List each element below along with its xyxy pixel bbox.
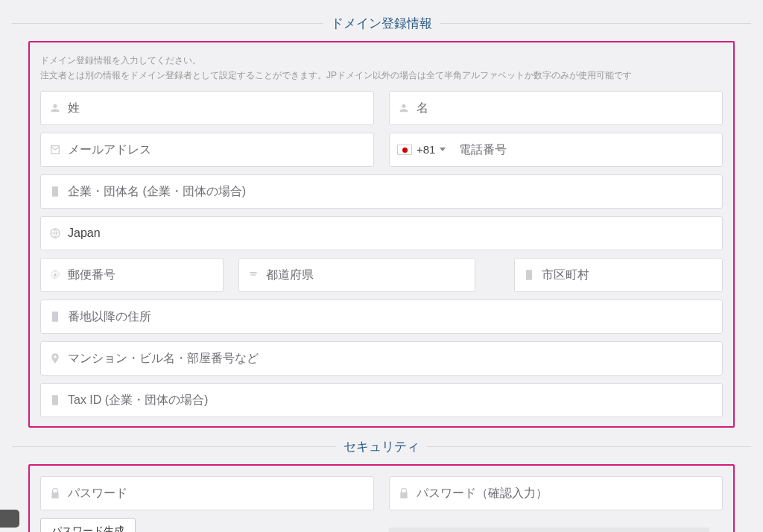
- mail-icon: [48, 144, 62, 156]
- japan-flag-icon: [397, 145, 412, 155]
- domain-section-title: ドメイン登録情報: [323, 15, 440, 32]
- lock-icon: [48, 487, 62, 499]
- city-input[interactable]: [542, 268, 716, 282]
- building-icon: [48, 186, 62, 197]
- prefecture-input[interactable]: [266, 268, 469, 282]
- password-confirm-field: [389, 476, 723, 510]
- password-input[interactable]: [68, 487, 367, 500]
- generate-password-button[interactable]: パスワード生成: [40, 518, 136, 532]
- building-icon: [48, 311, 62, 323]
- firstname-field: [389, 91, 723, 125]
- email-field: [40, 133, 374, 167]
- globe-icon: [48, 227, 62, 239]
- company-field: [40, 174, 723, 209]
- badge-icon: [247, 269, 260, 281]
- building-icon: [522, 269, 536, 281]
- domain-description: ドメイン登録情報を入力してください。 注文者とは別の情報をドメイン登録者として設…: [40, 53, 723, 83]
- phone-field: +81: [389, 133, 723, 167]
- lastname-field: [40, 91, 374, 125]
- building-input[interactable]: [68, 352, 716, 365]
- building-field: [40, 341, 723, 376]
- taxid-field: [40, 383, 723, 417]
- postal-field: [40, 258, 224, 292]
- address-input[interactable]: [68, 310, 716, 323]
- country-field: [40, 216, 723, 250]
- postal-input[interactable]: [68, 268, 217, 282]
- password-field: [40, 476, 374, 510]
- country-input[interactable]: [68, 227, 716, 240]
- phone-country-code: +81: [417, 143, 435, 156]
- password-confirm-input[interactable]: [417, 487, 716, 500]
- person-icon: [48, 102, 62, 114]
- corner-tab[interactable]: [0, 510, 19, 528]
- building-icon: [48, 394, 62, 406]
- gear-icon: [48, 269, 62, 281]
- firstname-input[interactable]: [417, 101, 716, 115]
- company-input[interactable]: [68, 185, 716, 198]
- email-input[interactable]: [68, 143, 367, 156]
- phone-input[interactable]: [459, 143, 716, 156]
- pin-icon: [48, 352, 62, 364]
- chevron-down-icon: [440, 148, 446, 151]
- security-section-title: セキュリティ: [336, 438, 427, 455]
- prefecture-field: [238, 258, 475, 292]
- lock-icon: [397, 487, 411, 499]
- svg-point-1: [54, 273, 57, 276]
- country-code-selector[interactable]: +81: [397, 143, 453, 156]
- person-icon: [397, 102, 411, 114]
- lastname-input[interactable]: [68, 101, 367, 115]
- city-field: [514, 258, 723, 292]
- password-strength-bar: [389, 528, 709, 532]
- security-box: パスワード生成 パスワードの安全性: パスワードを入力してください: [28, 464, 735, 532]
- taxid-input[interactable]: [68, 393, 716, 407]
- domain-registration-box: ドメイン登録情報を入力してください。 注文者とは別の情報をドメイン登録者として設…: [28, 41, 735, 428]
- address-field: [40, 300, 723, 334]
